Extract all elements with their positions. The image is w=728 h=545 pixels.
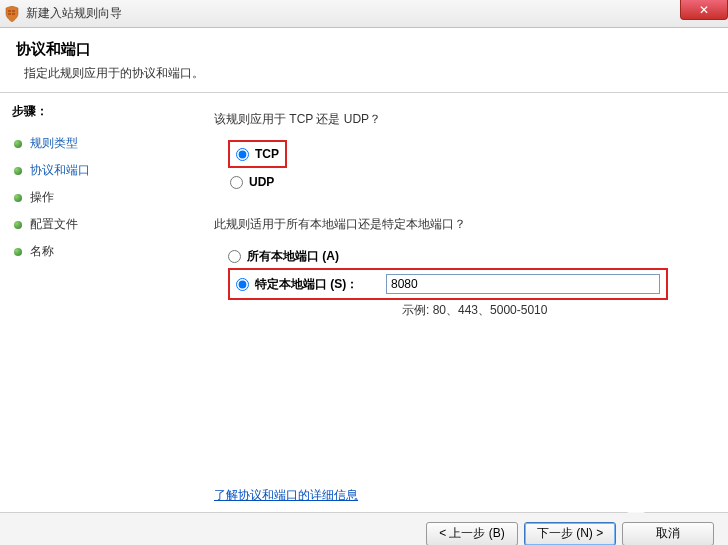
port-radio-group: 所有本地端口 (A) 特定本地端口 (S)： 示例: 80、443、5000-5… [228, 245, 704, 319]
specific-ports-highlight: 特定本地端口 (S)： [228, 268, 668, 300]
wizard-body: 步骤： 规则类型 协议和端口 操作 配置文件 名称 该规则应用于 TCP 还是 … [0, 93, 728, 512]
all-ports-radio[interactable] [228, 250, 241, 263]
learn-more-link[interactable]: 了解协议和端口的详细信息 [214, 487, 358, 504]
step-label: 配置文件 [30, 216, 78, 233]
step-label: 规则类型 [30, 135, 78, 152]
page-subtitle: 指定此规则应用于的协议和端口。 [24, 65, 712, 82]
port-input[interactable] [386, 274, 660, 294]
specific-ports-radio[interactable] [236, 278, 249, 291]
bullet-icon [14, 221, 22, 229]
svg-rect-1 [12, 10, 15, 12]
step-rule-type[interactable]: 规则类型 [12, 130, 178, 157]
step-label: 协议和端口 [30, 162, 90, 179]
all-ports-row[interactable]: 所有本地端口 (A) [228, 245, 704, 268]
tcp-radio[interactable] [236, 148, 249, 161]
cancel-button[interactable]: 取消 [622, 522, 714, 546]
steps-heading: 步骤： [12, 103, 178, 120]
next-button[interactable]: 下一步 (N) > [524, 522, 616, 546]
tcp-label: TCP [255, 147, 279, 161]
close-button[interactable]: ✕ [680, 0, 728, 20]
bullet-icon [14, 194, 22, 202]
close-icon: ✕ [699, 3, 709, 17]
protocol-question: 该规则应用于 TCP 还是 UDP？ [214, 111, 704, 128]
port-example: 示例: 80、443、5000-5010 [402, 302, 704, 319]
steps-sidebar: 步骤： 规则类型 协议和端口 操作 配置文件 名称 [0, 93, 190, 512]
protocol-radio-group: TCP UDP [228, 140, 704, 192]
page-title: 协议和端口 [16, 40, 712, 59]
specific-ports-row[interactable]: 特定本地端口 (S)： [236, 276, 386, 293]
step-name[interactable]: 名称 [12, 238, 178, 265]
back-button[interactable]: < 上一步 (B) [426, 522, 518, 546]
udp-radio[interactable] [230, 176, 243, 189]
svg-rect-0 [8, 10, 11, 12]
wizard-header: 协议和端口 指定此规则应用于的协议和端口。 [0, 28, 728, 93]
wizard-content: 该规则应用于 TCP 还是 UDP？ TCP UDP 此规则适用于所有本地端口还… [190, 93, 728, 512]
tcp-radio-row[interactable]: TCP [234, 144, 281, 164]
bullet-icon [14, 167, 22, 175]
svg-rect-3 [12, 13, 15, 15]
all-ports-label: 所有本地端口 (A) [247, 248, 339, 265]
tcp-highlight: TCP [228, 140, 287, 168]
specific-ports-label: 特定本地端口 (S)： [255, 276, 358, 293]
bullet-icon [14, 140, 22, 148]
window-title: 新建入站规则向导 [26, 5, 122, 22]
titlebar: 新建入站规则向导 ✕ [0, 0, 728, 28]
udp-label: UDP [249, 175, 274, 189]
firewall-icon [4, 6, 20, 22]
step-label: 操作 [30, 189, 54, 206]
step-profile[interactable]: 配置文件 [12, 211, 178, 238]
step-label: 名称 [30, 243, 54, 260]
udp-radio-row[interactable]: UDP [228, 172, 704, 192]
wizard-footer: < 上一步 (B) 下一步 (N) > 取消 [0, 512, 728, 545]
bullet-icon [14, 248, 22, 256]
port-question: 此规则适用于所有本地端口还是特定本地端口？ [214, 216, 704, 233]
step-action[interactable]: 操作 [12, 184, 178, 211]
step-protocol-port[interactable]: 协议和端口 [12, 157, 178, 184]
svg-rect-2 [8, 13, 11, 15]
